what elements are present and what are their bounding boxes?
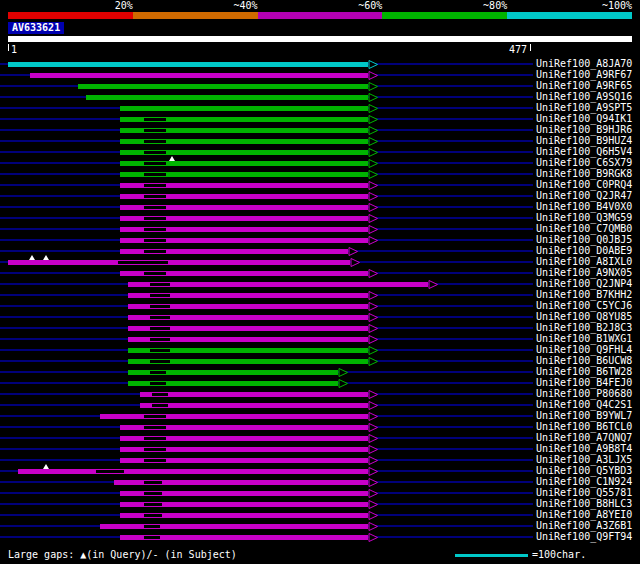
alignment-arrowhead-icon	[368, 467, 379, 476]
subject-gap-box	[152, 392, 168, 397]
alignment-row: UniRef100_B9HJR6	[0, 124, 640, 135]
alignment-bar	[100, 414, 368, 419]
alignment-row: UniRef100_Q5YBD3	[0, 465, 640, 476]
hit-accession-label: UniRef100_B9HJR6	[536, 124, 632, 135]
alignment-row: UniRef100_B2J8C3	[0, 322, 640, 333]
alignment-bar	[30, 73, 368, 78]
subject-gap-box	[96, 469, 124, 474]
alignment-arrowhead-icon	[368, 104, 379, 113]
alignment-row: UniRef100_B6TCL0	[0, 421, 640, 432]
subject-gap-box	[144, 249, 166, 254]
alignment-arrowhead-icon	[368, 203, 379, 212]
alignment-row: UniRef100_B9YWL7	[0, 410, 640, 421]
alignment-arrowhead-icon	[368, 478, 379, 487]
alignment-row: UniRef100_A9B8T4	[0, 443, 640, 454]
hit-accession-label: UniRef100_A8YEI0	[536, 509, 632, 520]
identity-scale-segment	[507, 12, 632, 19]
hit-accession-label: UniRef100_B6TCL0	[536, 421, 632, 432]
alignment-arrowhead-icon	[368, 126, 379, 135]
alignment-bar	[86, 95, 368, 100]
hit-accession-label: UniRef100_C6SX79	[536, 157, 632, 168]
hit-accession-label: UniRef100_Q9FHL4	[536, 344, 632, 355]
hit-accession-label: UniRef100_A9B8T4	[536, 443, 632, 454]
alignment-arrowhead-icon	[368, 214, 379, 223]
alignment-arrowhead-icon	[368, 302, 379, 311]
alignment-arrowhead-icon	[338, 368, 349, 377]
hit-accession-label: UniRef100_Q6H5V4	[536, 146, 632, 157]
alignment-row: UniRef100_Q0JBJ5	[0, 234, 640, 245]
subject-gap-box	[150, 293, 170, 298]
alignment-row: UniRef100_A9RF65	[0, 80, 640, 91]
subject-gap-box	[144, 227, 166, 232]
subject-gap-box	[144, 172, 166, 177]
hit-accession-label: UniRef100_B9YWL7	[536, 410, 632, 421]
query-bar	[8, 36, 632, 42]
hit-accession-label: UniRef100_A9SQ16	[536, 91, 632, 102]
alignment-arrowhead-icon	[368, 192, 379, 201]
alignment-arrowhead-icon	[368, 401, 379, 410]
alignment-bar	[140, 403, 368, 408]
alignment-row: UniRef100_A7QNQ7	[0, 432, 640, 443]
alignment-arrowhead-icon	[368, 346, 379, 355]
hit-accession-label: UniRef100_A9RF67	[536, 69, 632, 80]
alignment-arrowhead-icon	[368, 324, 379, 333]
hit-accession-label: UniRef100_B2J8C3	[536, 322, 632, 333]
subject-gap-box	[144, 480, 162, 485]
query-gap-triangle-icon	[43, 255, 49, 260]
blast-graphic-overview: 20%~40%~60%~80%~100% AV633621 1 477 UniR…	[0, 0, 640, 564]
subject-gap-box	[150, 337, 170, 342]
subject-gap-box	[144, 502, 162, 507]
alignment-row: UniRef100_C7QMB0	[0, 223, 640, 234]
alignment-arrowhead-icon	[368, 500, 379, 509]
alignment-arrowhead-icon	[348, 247, 359, 256]
alignment-bar	[128, 282, 428, 287]
subject-gap-box	[144, 458, 166, 463]
identity-scale-segment	[133, 12, 258, 19]
subject-gap-box	[118, 260, 168, 265]
alignment-arrowhead-icon	[368, 533, 379, 542]
subject-gap-box	[144, 139, 166, 144]
scale-100char-label: =100char.	[532, 549, 586, 561]
subject-gap-box	[150, 348, 170, 353]
alignment-row: UniRef100_P80680	[0, 388, 640, 399]
alignment-bar	[18, 469, 368, 474]
identity-scale-label: ~40%	[133, 1, 258, 11]
hit-accession-label: UniRef100_Q2JNP4	[536, 278, 632, 289]
subject-gap-box	[152, 403, 168, 408]
alignment-arrowhead-icon	[368, 115, 379, 124]
subject-gap-box	[144, 216, 166, 221]
alignment-row: UniRef100_A9NX05	[0, 267, 640, 278]
alignment-bar	[140, 392, 368, 397]
hit-accession-label: UniRef100_Q55781	[536, 487, 632, 498]
footer-legend: Large gaps: ▲(in Query)/- (in Subject) =…	[0, 547, 640, 562]
alignment-arrowhead-icon	[368, 412, 379, 421]
alignment-row: UniRef100_C1N924	[0, 476, 640, 487]
query-accession: AV633621	[8, 22, 64, 34]
hit-accession-label: UniRef100_Q2JR47	[536, 190, 632, 201]
subject-gap-box	[144, 271, 166, 276]
hit-accession-label: UniRef100_A3Z6B1	[536, 520, 632, 531]
hit-accession-label: UniRef100_A9SPT5	[536, 102, 632, 113]
alignment-row: UniRef100_B6UCW8	[0, 355, 640, 366]
alignment-arrowhead-icon	[368, 489, 379, 498]
subject-gap-box	[150, 359, 170, 364]
alignment-arrowhead-icon	[350, 258, 361, 267]
alignment-arrowhead-icon	[368, 148, 379, 157]
ruler-end-label: 477	[509, 45, 527, 55]
query-gap-triangle-icon	[169, 156, 175, 161]
alignment-arrowhead-icon	[368, 357, 379, 366]
ruler: 1 477	[0, 44, 640, 57]
identity-scale-segment	[8, 12, 133, 19]
hit-accession-label: UniRef100_Q3MG59	[536, 212, 632, 223]
alignment-arrowhead-icon	[368, 313, 379, 322]
alignment-row: UniRef100_A8JA70	[0, 58, 640, 69]
subject-gap-box	[150, 304, 170, 309]
identity-scale-label: 20%	[8, 1, 133, 11]
hit-accession-label: UniRef100_A8IXL0	[536, 256, 632, 267]
hit-accession-label: UniRef100_C1N924	[536, 476, 632, 487]
hit-accession-label: UniRef100_Q8YU85	[536, 311, 632, 322]
subject-gap-box	[144, 491, 162, 496]
alignment-row: UniRef100_B8HLC3	[0, 498, 640, 509]
alignment-arrowhead-icon	[368, 511, 379, 520]
alignment-bar	[78, 84, 368, 89]
